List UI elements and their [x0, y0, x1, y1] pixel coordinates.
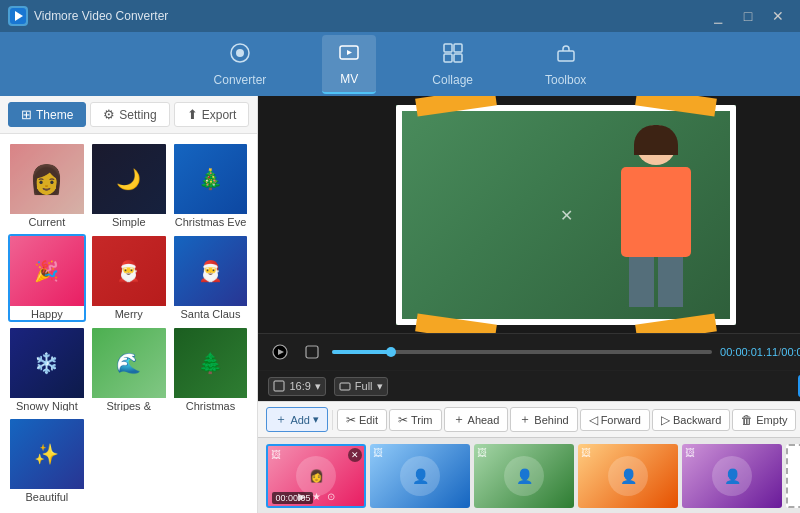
mv-icon — [338, 41, 360, 68]
film-play-icon-1[interactable]: ▶ — [298, 491, 306, 502]
theme-grid-icon: ⊞ — [21, 107, 32, 122]
film-item-5[interactable]: 🖼 👤 — [682, 444, 782, 508]
theme-item-snowy-night[interactable]: ❄️ Snowy Night — [8, 326, 86, 414]
svg-rect-8 — [454, 54, 462, 62]
ahead-button[interactable]: ＋ Ahead — [444, 407, 509, 432]
collage-label: Collage — [432, 73, 473, 87]
toolbox-label: Toolbox — [545, 73, 586, 87]
progress-thumb — [386, 347, 396, 357]
theme-label-simple: Simple — [92, 214, 166, 230]
theme-label-happy: Happy — [10, 306, 84, 322]
app-logo — [8, 6, 28, 26]
converter-label: Converter — [214, 73, 267, 87]
right-panel: ✕ 00:00:01.11/00:00:20.00 🔊 16 — [258, 96, 800, 513]
setting-gear-icon: ⚙ — [103, 107, 115, 122]
svg-rect-7 — [444, 54, 452, 62]
svg-rect-13 — [274, 381, 284, 391]
theme-label-merry-christmas: Merry Christmas — [92, 306, 166, 322]
theme-label-stripes-waves: Stripes & Waves — [92, 398, 166, 414]
main-content: ⊞ Theme ⚙ Setting ⬆ Export 👩 Current — [0, 96, 800, 513]
empty-button[interactable]: 🗑 Empty — [732, 409, 796, 431]
svg-rect-9 — [558, 51, 574, 61]
film-item-1[interactable]: 🖼 ✕ 👩 00:00:05 ▶ ★ ⊙ — [266, 444, 366, 508]
video-close-button[interactable]: ✕ — [560, 205, 573, 224]
theme-label-santa-claus: Santa Claus — [174, 306, 248, 322]
trim-button[interactable]: ✂ Trim — [389, 409, 442, 431]
theme-item-merry-christmas[interactable]: 🎅 Merry Christmas — [90, 234, 168, 322]
edit-icon: ✂ — [346, 413, 356, 427]
filmstrip-add-button[interactable]: ＋ — [786, 444, 800, 508]
maximize-button[interactable]: □ — [734, 5, 762, 27]
bottom-toolbar: ＋ Add ▾ ✂ Edit ✂ Trim ＋ Ahead ＋ Behind — [258, 401, 800, 437]
progress-bar[interactable] — [332, 350, 712, 354]
titlebar-left: Vidmore Video Converter — [8, 6, 168, 26]
theme-item-beautiful-christmas[interactable]: ✨ Beautiful Christmas — [8, 417, 86, 505]
theme-label-christmas-eve: Christmas Eve — [174, 214, 248, 230]
forward-icon: ◁ — [589, 413, 598, 427]
sub-tabs: ⊞ Theme ⚙ Setting ⬆ Export — [0, 96, 257, 134]
film-circle-icon-1[interactable]: ⊙ — [327, 491, 335, 502]
svg-rect-12 — [306, 346, 318, 358]
trash-icon: 🗑 — [741, 413, 753, 427]
separator-1 — [332, 410, 333, 430]
theme-item-stripes-waves[interactable]: 🌊 Stripes & Waves — [90, 326, 168, 414]
trim-icon: ✂ — [398, 413, 408, 427]
subtab-theme[interactable]: ⊞ Theme — [8, 102, 86, 127]
tab-toolbox[interactable]: Toolbox — [529, 36, 602, 93]
backward-icon: ▷ — [661, 413, 670, 427]
filmstrip: 🖼 ✕ 👩 00:00:05 ▶ ★ ⊙ 🖼 👤 — [258, 437, 800, 513]
converter-icon — [229, 42, 251, 69]
theme-item-christmas-eve[interactable]: 🎄 Christmas Eve — [172, 142, 250, 230]
theme-item-santa-claus[interactable]: 🎅 Santa Claus — [172, 234, 250, 322]
add-button[interactable]: ＋ Add ▾ — [266, 407, 328, 432]
backward-button[interactable]: ▷ Backward — [652, 409, 730, 431]
film-play-area-1: ▶ ★ ⊙ — [268, 489, 364, 504]
tab-mv[interactable]: MV — [322, 35, 376, 94]
minimize-button[interactable]: ⎯ — [704, 5, 732, 27]
subtab-export[interactable]: ⬆ Export — [174, 102, 250, 127]
video-preview: ✕ — [258, 96, 800, 333]
tab-converter[interactable]: Converter — [198, 36, 283, 93]
theme-item-happy[interactable]: ✓ 🎉 Happy — [8, 234, 86, 322]
titlebar: Vidmore Video Converter ⎯ □ ✕ — [0, 0, 800, 32]
svg-point-3 — [236, 49, 244, 57]
progress-fill — [332, 350, 389, 354]
subtab-setting[interactable]: ⚙ Setting — [90, 102, 169, 127]
window-controls: ⎯ □ ✕ — [704, 5, 792, 27]
theme-grid: 👩 Current 🌙 Simple 🎄 Christmas Eve — [0, 134, 257, 513]
tab-collage[interactable]: Collage — [416, 36, 489, 93]
theme-item-christmas-tree[interactable]: 🌲 Christmas Tree — [172, 326, 250, 414]
theme-label-beautiful-christmas: Beautiful Christmas — [10, 489, 84, 505]
time-display: 00:00:01.11/00:00:20.00 — [720, 346, 800, 358]
theme-item-current[interactable]: 👩 Current — [8, 142, 86, 230]
export-arrow-icon: ⬆ — [187, 107, 198, 122]
svg-rect-14 — [340, 383, 350, 390]
ahead-icon: ＋ — [453, 411, 465, 428]
film-item-3[interactable]: 🖼 👤 — [474, 444, 574, 508]
edit-button[interactable]: ✂ Edit — [337, 409, 387, 431]
app-title: Vidmore Video Converter — [34, 9, 168, 23]
theme-item-simple[interactable]: 🌙 Simple — [90, 142, 168, 230]
playback-controls: 00:00:01.11/00:00:20.00 🔊 — [258, 333, 800, 370]
player-settings-bar: 16:9 ▾ Full ▾ Export — [258, 370, 800, 401]
film-item-4[interactable]: 🖼 👤 — [578, 444, 678, 508]
behind-button[interactable]: ＋ Behind — [510, 407, 577, 432]
behind-icon: ＋ — [519, 411, 531, 428]
mv-label: MV — [340, 72, 358, 86]
toolbox-icon — [555, 42, 577, 69]
quality-select[interactable]: Full ▾ — [334, 377, 388, 396]
forward-button[interactable]: ◁ Forward — [580, 409, 650, 431]
theme-label-current: Current — [10, 214, 84, 230]
preview-frame: ✕ — [396, 105, 736, 325]
close-button[interactable]: ✕ — [764, 5, 792, 27]
svg-rect-6 — [454, 44, 462, 52]
aspect-ratio-select[interactable]: 16:9 ▾ — [268, 377, 325, 396]
film-star-icon-1[interactable]: ★ — [312, 491, 321, 502]
play-button[interactable] — [268, 340, 292, 364]
stop-button[interactable] — [300, 340, 324, 364]
film-item-2[interactable]: 🖼 👤 — [370, 444, 470, 508]
left-panel: ⊞ Theme ⚙ Setting ⬆ Export 👩 Current — [0, 96, 258, 513]
theme-label-christmas-tree: Christmas Tree — [174, 398, 248, 414]
nav-tabs: Converter MV Collage Toolb — [0, 32, 800, 96]
theme-label-snowy-night: Snowy Night — [10, 398, 84, 414]
